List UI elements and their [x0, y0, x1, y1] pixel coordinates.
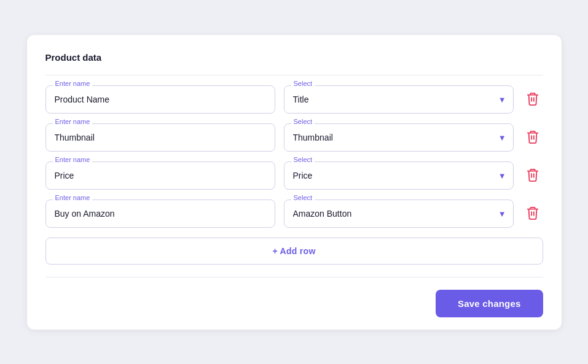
select-group-2: Select Title Thumbnail Price Amazon Butt…	[284, 123, 514, 152]
name-field-group-2: Enter name	[45, 123, 275, 152]
select-label-4: Select	[291, 194, 315, 201]
add-row-button[interactable]: + Add row	[45, 238, 543, 265]
trash-icon-4	[526, 206, 539, 222]
select-input-3[interactable]: Title Thumbnail Price Amazon Button	[284, 161, 514, 190]
select-input-1[interactable]: Title Thumbnail Price Amazon Button	[284, 85, 514, 114]
select-label-2: Select	[291, 118, 315, 125]
name-field-group-1: Enter name	[45, 85, 275, 114]
product-data-card: Product data Enter name Select Title Thu…	[27, 35, 562, 330]
name-label-2: Enter name	[53, 118, 93, 125]
name-label-1: Enter name	[53, 80, 93, 87]
name-field-group-3: Enter name	[45, 161, 275, 190]
trash-icon-1	[526, 91, 539, 107]
name-input-2[interactable]	[45, 123, 275, 152]
select-label-1: Select	[291, 80, 315, 87]
name-input-1[interactable]	[45, 85, 275, 114]
name-field-group-4: Enter name	[45, 199, 275, 228]
card-footer: Save changes	[45, 277, 543, 330]
select-group-3: Select Title Thumbnail Price Amazon Butt…	[284, 161, 514, 190]
select-input-2[interactable]: Title Thumbnail Price Amazon Button	[284, 123, 514, 152]
name-input-3[interactable]	[45, 161, 275, 190]
data-row-2: Enter name Select Title Thumbnail Price …	[45, 123, 543, 152]
select-group-4: Select Title Thumbnail Price Amazon Butt…	[284, 199, 514, 228]
card-title: Product data	[45, 52, 543, 63]
select-input-4[interactable]: Title Thumbnail Price Amazon Button	[284, 199, 514, 228]
name-label-3: Enter name	[53, 156, 93, 163]
name-label-4: Enter name	[53, 194, 93, 201]
trash-icon-3	[526, 168, 539, 184]
data-row-1: Enter name Select Title Thumbnail Price …	[45, 85, 543, 114]
trash-icon-2	[526, 130, 539, 145]
delete-button-4[interactable]	[522, 202, 543, 225]
delete-button-3[interactable]	[522, 164, 543, 187]
data-row-3: Enter name Select Title Thumbnail Price …	[45, 161, 543, 190]
name-input-4[interactable]	[45, 199, 275, 228]
save-changes-button[interactable]: Save changes	[436, 290, 543, 317]
rows-area: Enter name Select Title Thumbnail Price …	[45, 75, 543, 277]
delete-button-1[interactable]	[522, 88, 543, 111]
delete-button-2[interactable]	[522, 126, 543, 149]
data-row-4: Enter name Select Title Thumbnail Price …	[45, 199, 543, 228]
select-label-3: Select	[291, 156, 315, 163]
select-group-1: Select Title Thumbnail Price Amazon Butt…	[284, 85, 514, 114]
